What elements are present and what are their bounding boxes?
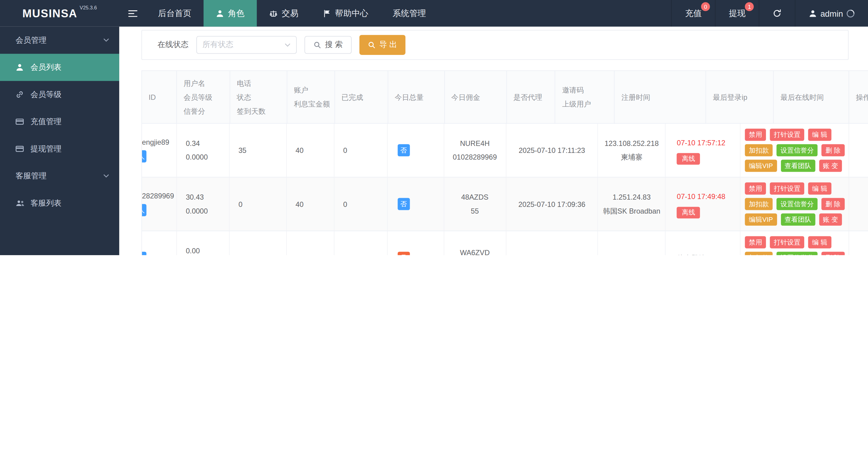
users-icon: [16, 198, 25, 208]
partial-user-chip[interactable]: 人: [142, 204, 147, 216]
recharge-label: 充值: [685, 8, 702, 19]
partial-user-chip[interactable]: 人: [142, 252, 147, 255]
sidebar-item-member-level[interactable]: 会员等级: [0, 81, 119, 108]
sidebar: 会员管理会员列表会员等级充值管理提现管理客服管理客服列表: [0, 27, 119, 255]
action-inject-settings-button[interactable]: 打针设置: [770, 236, 804, 248]
scale-icon: [269, 9, 278, 17]
menu-collapse-icon[interactable]: [119, 0, 146, 27]
action-adjust-funds-button[interactable]: 加扣款: [745, 252, 773, 255]
logo-version: V25.3.6: [80, 5, 97, 10]
action-disable-button[interactable]: 禁用: [745, 129, 766, 141]
nav-item-label: 角色: [228, 8, 245, 19]
status-select[interactable]: 所有状态: [196, 36, 297, 54]
export-button[interactable]: 导 出: [359, 35, 405, 55]
action-button-row: 禁用打针设置编 辑: [745, 129, 848, 141]
cell-agent: 否: [388, 124, 444, 178]
cell-level-credit: 30.430.0000: [177, 178, 229, 231]
withdraw-badge: 1: [745, 2, 754, 11]
withdraw-button[interactable]: 提现 1: [715, 0, 759, 27]
action-balance-log-button[interactable]: 账 变: [819, 160, 842, 172]
logo-text: MUSINSA: [23, 7, 78, 20]
column-header: 已完成: [335, 71, 388, 124]
cell-invite-code: NURE4H01028289969: [444, 124, 506, 178]
members-table: ID用户名会员等级信誉分电话状态签到天数账户利息宝金额已完成今日总量今日佣金是否…: [142, 70, 868, 255]
cell-register-time: 2025-07-05 14:40:16: [506, 231, 598, 255]
card-icon: [16, 144, 25, 154]
action-view-team-button[interactable]: 查看团队: [781, 214, 815, 226]
search-button[interactable]: 搜 索: [304, 36, 351, 54]
nav-item-label: 系统管理: [393, 8, 426, 19]
sidebar-item-label: 会员管理: [16, 35, 46, 45]
recharge-button[interactable]: 充值 0: [671, 0, 715, 27]
action-edit-button[interactable]: 编 辑: [808, 236, 831, 248]
cell-login-ip: 123.108.252.218柬埔寨: [598, 124, 666, 178]
cell-operations-clipped: [849, 178, 868, 231]
partial-user-chip[interactable]: 人: [142, 150, 147, 162]
nav-item-dashboard[interactable]: 后台首页: [146, 0, 204, 27]
cell-operations-clipped: [849, 231, 868, 255]
action-adjust-funds-button[interactable]: 加扣款: [745, 198, 773, 210]
person-icon: [16, 63, 25, 72]
action-button-row: 编辑VIP查看团队账 变: [745, 214, 848, 226]
action-delete-button[interactable]: 删 除: [822, 252, 845, 255]
admin-menu[interactable]: admin: [795, 0, 868, 27]
ip-address: 123.108.252.218: [604, 136, 659, 151]
cell-register-time: 2025-07-10 17:09:36: [506, 178, 598, 231]
table-row: 28289969人30.430.00000400否48AZDS552025-07…: [142, 178, 868, 231]
refresh-button[interactable]: [759, 0, 795, 27]
action-delete-button[interactable]: 删 除: [822, 198, 845, 210]
cell-invite-code: WA6ZVD: [444, 231, 506, 255]
column-header: 电话状态签到天数: [230, 71, 287, 124]
action-set-credit-button[interactable]: 设置信誉分: [777, 198, 817, 210]
sidebar-item-label: 会员列表: [31, 62, 62, 72]
export-button-label: 导 出: [379, 40, 397, 50]
action-inject-settings-button[interactable]: 打针设置: [770, 129, 804, 141]
agent-badge: 否: [398, 144, 410, 156]
filter-bar: 在线状态 所有状态 搜 索 导 出: [142, 30, 848, 60]
cell-amount: 40: [287, 231, 335, 255]
action-disable-button[interactable]: 禁用: [745, 182, 766, 194]
action-set-credit-button[interactable]: 设置信誉分: [777, 252, 817, 255]
column-header: 最后在线时间: [774, 71, 849, 124]
sidebar-item-recharge-management[interactable]: 充值管理: [0, 108, 119, 135]
person-icon: [216, 9, 224, 17]
chevron-down-icon: [103, 38, 109, 42]
sidebar-item-label: 客服列表: [31, 198, 62, 208]
action-button-row: 加扣款设置信誉分删 除: [745, 252, 848, 255]
column-header: 今日总量: [388, 71, 445, 124]
action-inject-settings-button[interactable]: 打针设置: [770, 182, 804, 194]
nav-item-label: 后台首页: [158, 8, 191, 19]
action-edit-button[interactable]: 编 辑: [808, 129, 831, 141]
sidebar-item-member-list[interactable]: 会员列表: [0, 54, 119, 81]
last-online-time: 07-10 17:57:12: [677, 135, 725, 150]
cell-register-time: 2025-07-10 17:11:23: [506, 124, 598, 178]
column-header: 今日佣金: [445, 71, 507, 124]
sidebar-item-member-management[interactable]: 会员管理: [0, 27, 119, 54]
action-button-row: 编辑VIP查看团队账 变: [745, 160, 848, 172]
status-select-placeholder: 所有状态: [203, 40, 234, 50]
sidebar-item-service-management[interactable]: 客服管理: [0, 162, 119, 190]
action-adjust-funds-button[interactable]: 加扣款: [745, 144, 773, 156]
cell-actions: 禁用打针设置编 辑加扣款设置信誉分删 除编辑VIP查看团队账 变: [741, 231, 849, 255]
nav-item-trade[interactable]: 交易: [257, 0, 310, 27]
nav-item-roles[interactable]: 角色: [204, 0, 257, 27]
nav-item-system[interactable]: 系统管理: [380, 0, 438, 27]
action-view-team-button[interactable]: 查看团队: [781, 160, 815, 172]
ip-location: 韩国SK Broadban: [603, 204, 660, 218]
column-header: 邀请码上级用户: [555, 71, 615, 124]
nav-item-help-center[interactable]: 帮助中心: [310, 0, 380, 27]
register-time: 2025-07-10 17:09:36: [518, 197, 585, 211]
top-nav: 后台首页角色交易帮助中心系统管理: [146, 0, 438, 27]
sidebar-item-withdraw-management[interactable]: 提现管理: [0, 135, 119, 163]
action-set-credit-button[interactable]: 设置信誉分: [777, 144, 817, 156]
action-disable-button[interactable]: 禁用: [745, 236, 766, 248]
sidebar-item-service-list[interactable]: 客服列表: [0, 190, 119, 217]
search-button-label: 搜 索: [325, 40, 343, 50]
action-delete-button[interactable]: 删 除: [822, 144, 845, 156]
app-root: MUSINSA V25.3.6 后台首页角色交易帮助中心系统管理 充值 0 提现…: [0, 0, 868, 255]
withdraw-label: 提现: [729, 8, 746, 19]
action-edit-vip-button[interactable]: 编辑VIP: [745, 160, 777, 172]
action-balance-log-button[interactable]: 账 变: [819, 214, 842, 226]
action-edit-button[interactable]: 编 辑: [808, 182, 831, 194]
action-edit-vip-button[interactable]: 编辑VIP: [745, 214, 777, 226]
